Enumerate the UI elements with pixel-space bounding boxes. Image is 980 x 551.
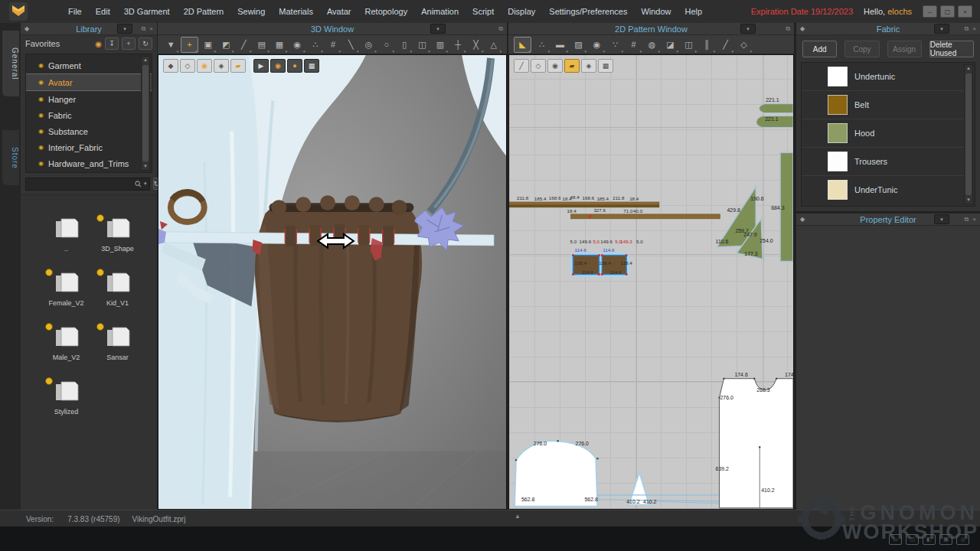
- scroll-down-icon[interactable]: ▼: [965, 197, 972, 204]
- library-item-garment[interactable]: ◉Garment: [26, 57, 152, 73]
- scroll-thumb[interactable]: [965, 73, 972, 195]
- float-panel-icon[interactable]: ⧉: [965, 216, 969, 223]
- internal-line-tool-icon[interactable]: ╱: [717, 37, 733, 52]
- transform-pattern-tool-icon[interactable]: ◣: [514, 37, 531, 53]
- menu-avatar[interactable]: Avatar: [320, 0, 358, 23]
- scroll-thumb[interactable]: [142, 65, 149, 161]
- folder-kid-v1[interactable]: Kid_V1: [92, 271, 143, 307]
- render-mode-3-icon[interactable]: ◉: [197, 59, 212, 73]
- menu-retopology[interactable]: Retopology: [358, 0, 415, 23]
- grading-tool-icon[interactable]: #: [626, 37, 642, 52]
- pen-2d-icon[interactable]: ╱: [514, 59, 529, 73]
- 3d-viewport[interactable]: ◆ ◇ ◉ ◈ ▰ ▶ ◉ ● ▦: [158, 54, 507, 510]
- fold-arrangement-tool-icon[interactable]: ▤: [254, 37, 270, 52]
- scroll-up-icon[interactable]: ▲: [142, 57, 149, 64]
- show-pattern-icon[interactable]: ◇: [531, 59, 546, 73]
- library-item-hanger[interactable]: ◉Hanger: [26, 91, 152, 107]
- layout-quad-icon[interactable]: ▦: [939, 534, 952, 545]
- polygon-tool-icon[interactable]: ▨: [570, 37, 586, 52]
- select-move-tool-icon[interactable]: +: [181, 37, 198, 53]
- float-panel-icon[interactable]: ⧉: [965, 25, 969, 33]
- folder-male-v2[interactable]: Male_V2: [41, 325, 92, 361]
- folder-sansar[interactable]: Sansar: [92, 325, 143, 361]
- walk-tool-icon[interactable]: △: [486, 37, 501, 52]
- grid-tool-icon[interactable]: #: [325, 37, 341, 52]
- fabric-scrollbar[interactable]: ▲ ▼: [964, 64, 973, 204]
- menu-help[interactable]: Help: [678, 0, 710, 23]
- menu-script[interactable]: Script: [466, 0, 501, 23]
- menu-2d-pattern[interactable]: 2D Pattern: [177, 0, 231, 23]
- folder-female-v2[interactable]: Female_V2: [41, 271, 92, 307]
- select-box-tool-icon[interactable]: ▣: [201, 37, 216, 52]
- tape-measure-tool-icon[interactable]: ┼: [450, 37, 466, 52]
- library-item-substance[interactable]: ◉Substance: [26, 123, 152, 139]
- show-fabric-icon[interactable]: ▰: [564, 59, 580, 73]
- assign-fabric-button[interactable]: Assign: [887, 41, 922, 57]
- library-add-button[interactable]: +: [122, 37, 136, 50]
- 2d-window-dropdown[interactable]: ▾: [740, 24, 756, 34]
- menu-settings[interactable]: Settings/Preferences: [542, 0, 634, 23]
- lock-pattern-icon[interactable]: ◈: [581, 59, 596, 73]
- tab-general[interactable]: General: [2, 31, 19, 96]
- iron-tool-icon[interactable]: ◍: [644, 37, 660, 52]
- edit-points-2d-tool-icon[interactable]: ∵: [607, 37, 623, 52]
- sewing-tool-icon[interactable]: ◎: [361, 37, 376, 52]
- statusbar-collapse-icon[interactable]: ▲: [514, 513, 521, 520]
- show-ruler-icon[interactable]: ▦: [598, 59, 613, 73]
- rectangle-tool-icon[interactable]: ▬: [552, 37, 568, 52]
- restore-button[interactable]: ▢: [940, 5, 955, 18]
- menu-sewing[interactable]: Sewing: [230, 0, 272, 23]
- gizmo-display-icon[interactable]: ▦: [304, 59, 319, 73]
- sewing-2d-tool-icon[interactable]: ◫: [681, 37, 697, 52]
- folder-up[interactable]: ..: [41, 217, 92, 253]
- camera-sync-tool-icon[interactable]: ▦: [272, 37, 287, 52]
- menu-materials[interactable]: Materials: [272, 0, 320, 23]
- layout-right-icon[interactable]: ◧: [923, 534, 936, 545]
- wall-tool-icon[interactable]: ▥: [433, 37, 448, 52]
- delete-unused-button[interactable]: Delete Unused: [929, 41, 974, 57]
- pin-tool-icon[interactable]: ╲: [343, 37, 358, 52]
- fabric-row-undertunic[interactable]: Undertunic: [802, 63, 975, 91]
- scroll-up-icon[interactable]: ▲: [965, 65, 972, 72]
- pleats-tool-icon[interactable]: ║: [699, 37, 715, 52]
- render-mode-1-icon[interactable]: ◆: [163, 59, 178, 73]
- username[interactable]: elochs: [887, 7, 912, 16]
- world-display-icon[interactable]: ●: [287, 59, 302, 73]
- menu-3d-garment[interactable]: 3D Garment: [117, 0, 177, 23]
- float-panel-icon[interactable]: ⧉: [142, 25, 146, 33]
- edit-pinning-tool-icon[interactable]: ╱: [236, 37, 251, 52]
- layout-single-icon[interactable]: ▭: [889, 534, 902, 545]
- scissors-tool-icon[interactable]: ╳: [468, 37, 483, 52]
- library-item-fabric[interactable]: ◉Fabric: [26, 107, 152, 123]
- mannequin-tool-icon[interactable]: ▯: [397, 37, 412, 52]
- simulate-tool-icon[interactable]: ▼: [163, 37, 178, 52]
- pen-3d-icon[interactable]: ▶: [253, 59, 269, 73]
- trace-tool-icon[interactable]: ◉: [589, 37, 605, 52]
- render-mode-5-icon[interactable]: ▰: [230, 59, 246, 73]
- menu-display[interactable]: Display: [501, 0, 542, 23]
- render-mode-4-icon[interactable]: ◈: [214, 59, 229, 73]
- 3d-window-dropdown[interactable]: ▾: [430, 24, 446, 34]
- library-refresh-button[interactable]: ↻: [139, 37, 152, 50]
- library-item-interior-fabric[interactable]: ◉Interior_Fabric: [26, 139, 152, 155]
- arrangement-planes-tool-icon[interactable]: ◫: [414, 37, 430, 52]
- pattern-hood-pieces[interactable]: [717, 104, 793, 262]
- close-panel-icon[interactable]: ×: [972, 216, 976, 223]
- ring-tool-icon[interactable]: ○: [379, 37, 394, 52]
- minimize-button[interactable]: –: [923, 5, 937, 18]
- layout-custom-icon[interactable]: ◎: [956, 534, 969, 545]
- add-fabric-button[interactable]: Add: [802, 41, 837, 57]
- library-menu-dropdown[interactable]: ▾: [117, 24, 132, 34]
- library-download-button[interactable]: ↧: [105, 37, 119, 50]
- fabric-row-trousers[interactable]: Trousers: [802, 148, 975, 176]
- fabric-row-hood[interactable]: Hood: [802, 119, 975, 148]
- layout-split-icon[interactable]: ◫: [906, 534, 919, 545]
- fabric-row-belt[interactable]: Belt: [802, 91, 975, 119]
- close-button[interactable]: ×: [958, 5, 972, 18]
- edit-pattern-tool-icon[interactable]: ∴: [534, 37, 550, 52]
- menu-file[interactable]: File: [61, 0, 89, 23]
- transform-garment-tool-icon[interactable]: ◩: [218, 37, 234, 52]
- avatar-tool-icon[interactable]: ◉: [289, 37, 305, 52]
- scroll-down-icon[interactable]: ▼: [142, 163, 149, 170]
- baseline-tool-icon[interactable]: ◇: [736, 37, 752, 52]
